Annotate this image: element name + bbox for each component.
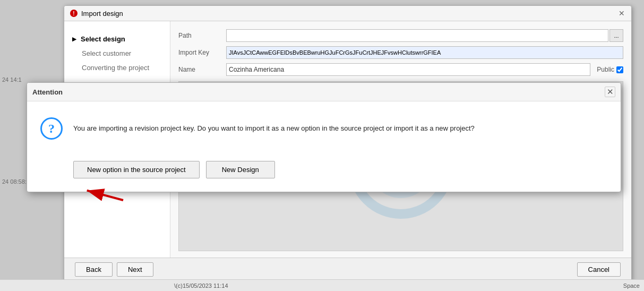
dialog-close-button[interactable]: ✕ (605, 87, 615, 97)
browse-button[interactable]: ... (609, 29, 623, 42)
bg-window-title: Import design (81, 10, 123, 18)
sidebar-step-select-design: ▶ Select design (72, 32, 162, 46)
status-item-2: Space (623, 283, 640, 289)
sidebar-step-converting: Converting the project (72, 61, 162, 75)
path-input[interactable] (226, 29, 608, 42)
public-checkbox[interactable] (616, 66, 623, 73)
name-input[interactable] (226, 63, 590, 76)
next-button[interactable]: Next (117, 262, 153, 277)
back-button[interactable]: Back (75, 262, 113, 277)
dialog-title: Attention (32, 88, 63, 96)
public-label: Public (597, 66, 614, 73)
bg-titlebar-left: ! Import design (70, 9, 123, 18)
dialog-titlebar: Attention ✕ (27, 83, 621, 101)
status-bar: \(c)15/05/2023 11:14 Space (0, 279, 644, 291)
new-design-button[interactable]: New Design (206, 161, 275, 178)
step-arrow-icon: ▶ (72, 36, 76, 42)
sidebar-step-select-customer: Select customer (72, 46, 162, 61)
sidebar-step-label-1: Select design (81, 35, 125, 43)
dialog-buttons: New option in the source project New Des… (27, 153, 621, 192)
path-label: Path (178, 32, 226, 39)
footer-left: Back Next (75, 262, 153, 277)
svg-text:!: ! (73, 11, 74, 16)
question-icon: ? (40, 117, 63, 140)
import-key-row: Import Key (178, 46, 623, 59)
bg-titlebar: ! Import design ✕ (64, 6, 631, 21)
name-label: Name (178, 66, 226, 73)
app-icon: ! (70, 9, 78, 18)
status-item-1: \(c)15/05/2023 11:14 (174, 283, 228, 289)
dialog-body: ? You are importing a revision project k… (27, 101, 621, 153)
sidebar-step-label-2: Select customer (82, 49, 131, 57)
svg-line-5 (87, 177, 123, 213)
import-key-label: Import Key (178, 49, 226, 56)
bg-footer: Back Next Cancel (64, 258, 631, 281)
bg-close-button[interactable]: ✕ (617, 9, 626, 18)
name-row: Name Public (178, 63, 623, 76)
path-row: Path ... (178, 29, 623, 42)
attention-dialog: Attention ✕ ? You are importing a revisi… (27, 82, 621, 192)
import-key-input[interactable] (226, 46, 623, 59)
dialog-message: You are importing a revision project key… (73, 123, 475, 134)
sidebar-step-label-3: Converting the project (82, 64, 149, 72)
cancel-button[interactable]: Cancel (577, 262, 621, 277)
